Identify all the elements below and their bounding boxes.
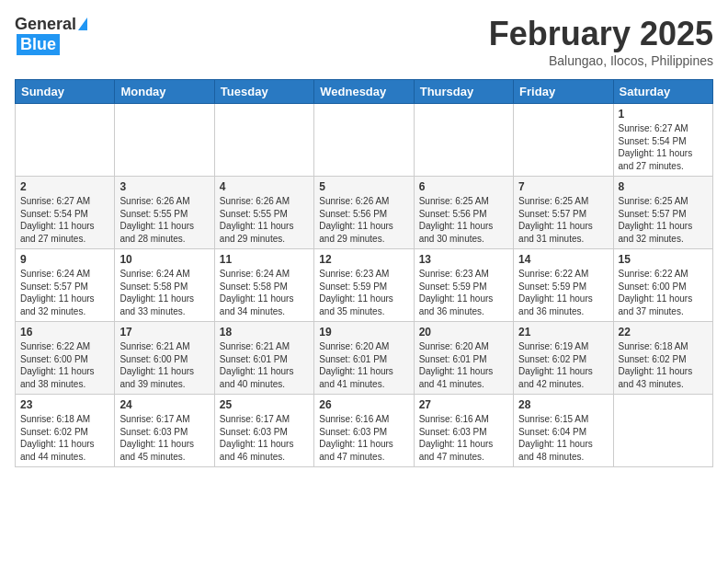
day-info: Sunrise: 6:19 AM Sunset: 6:02 PM Dayligh… (518, 340, 608, 390)
calendar-cell: 11Sunrise: 6:24 AM Sunset: 5:58 PM Dayli… (214, 249, 313, 322)
calendar-cell (613, 395, 712, 467)
day-info: Sunrise: 6:20 AM Sunset: 6:01 PM Dayligh… (319, 340, 408, 390)
day-info: Sunrise: 6:27 AM Sunset: 5:54 PM Dayligh… (619, 122, 708, 172)
day-info: Sunrise: 6:26 AM Sunset: 5:55 PM Dayligh… (220, 195, 309, 245)
calendar-cell: 12Sunrise: 6:23 AM Sunset: 5:59 PM Dayli… (314, 249, 414, 322)
logo-blue-text: Blue (17, 34, 60, 55)
day-info: Sunrise: 6:24 AM Sunset: 5:58 PM Dayligh… (220, 268, 309, 317)
day-number: 25 (220, 398, 309, 411)
day-info: Sunrise: 6:22 AM Sunset: 6:00 PM Dayligh… (20, 340, 109, 390)
day-number: 2 (20, 180, 109, 193)
calendar-cell (214, 104, 313, 177)
calendar-cell: 18Sunrise: 6:21 AM Sunset: 6:01 PM Dayli… (214, 322, 313, 395)
day-number: 15 (619, 253, 708, 266)
day-number: 18 (220, 326, 309, 339)
day-info: Sunrise: 6:25 AM Sunset: 5:56 PM Dayligh… (419, 195, 508, 245)
day-number: 4 (220, 180, 309, 193)
calendar-week-row: 2Sunrise: 6:27 AM Sunset: 5:54 PM Daylig… (16, 177, 713, 249)
month-year-title: February 2025 (489, 15, 713, 53)
day-info: Sunrise: 6:22 AM Sunset: 5:59 PM Dayligh… (518, 268, 608, 317)
day-number: 16 (20, 326, 109, 339)
day-info: Sunrise: 6:25 AM Sunset: 5:57 PM Dayligh… (518, 195, 608, 245)
col-header-friday: Friday (514, 80, 613, 104)
calendar-week-row: 23Sunrise: 6:18 AM Sunset: 6:02 PM Dayli… (16, 395, 713, 467)
calendar-cell: 28Sunrise: 6:15 AM Sunset: 6:04 PM Dayli… (514, 395, 613, 467)
day-info: Sunrise: 6:21 AM Sunset: 6:01 PM Dayligh… (220, 340, 309, 390)
calendar-week-row: 16Sunrise: 6:22 AM Sunset: 6:00 PM Dayli… (16, 322, 713, 395)
day-number: 14 (518, 253, 608, 266)
col-header-monday: Monday (115, 80, 214, 104)
day-number: 5 (319, 180, 408, 193)
calendar-cell: 7Sunrise: 6:25 AM Sunset: 5:57 PM Daylig… (514, 177, 613, 249)
calendar-cell: 4Sunrise: 6:26 AM Sunset: 5:55 PM Daylig… (214, 177, 313, 249)
calendar-cell: 16Sunrise: 6:22 AM Sunset: 6:00 PM Dayli… (16, 322, 115, 395)
logo-general-text: General (15, 15, 76, 34)
day-number: 21 (518, 326, 608, 339)
calendar-table: SundayMondayTuesdayWednesdayThursdayFrid… (15, 79, 713, 467)
day-number: 26 (319, 398, 408, 411)
col-header-tuesday: Tuesday (214, 80, 313, 104)
calendar-week-row: 1Sunrise: 6:27 AM Sunset: 5:54 PM Daylig… (16, 104, 713, 177)
day-info: Sunrise: 6:23 AM Sunset: 5:59 PM Dayligh… (319, 268, 408, 317)
calendar-cell (115, 104, 214, 177)
day-info: Sunrise: 6:17 AM Sunset: 6:03 PM Dayligh… (220, 413, 309, 463)
day-number: 22 (619, 326, 708, 339)
day-number: 3 (119, 180, 209, 193)
calendar-cell: 8Sunrise: 6:25 AM Sunset: 5:57 PM Daylig… (613, 177, 712, 249)
day-number: 13 (419, 253, 508, 266)
calendar-cell: 5Sunrise: 6:26 AM Sunset: 5:56 PM Daylig… (314, 177, 414, 249)
logo: General Blue (15, 15, 87, 55)
calendar-cell: 25Sunrise: 6:17 AM Sunset: 6:03 PM Dayli… (214, 395, 313, 467)
logo-triangle-icon (78, 17, 87, 30)
calendar-cell: 24Sunrise: 6:17 AM Sunset: 6:03 PM Dayli… (115, 395, 214, 467)
calendar-cell: 20Sunrise: 6:20 AM Sunset: 6:01 PM Dayli… (414, 322, 513, 395)
calendar-cell: 14Sunrise: 6:22 AM Sunset: 5:59 PM Dayli… (514, 249, 613, 322)
col-header-saturday: Saturday (613, 80, 712, 104)
day-number: 19 (319, 326, 408, 339)
calendar-cell: 27Sunrise: 6:16 AM Sunset: 6:03 PM Dayli… (414, 395, 513, 467)
calendar-cell: 9Sunrise: 6:24 AM Sunset: 5:57 PM Daylig… (16, 249, 115, 322)
calendar-cell (514, 104, 613, 177)
calendar-cell: 21Sunrise: 6:19 AM Sunset: 6:02 PM Dayli… (514, 322, 613, 395)
day-info: Sunrise: 6:16 AM Sunset: 6:03 PM Dayligh… (319, 413, 408, 463)
day-info: Sunrise: 6:16 AM Sunset: 6:03 PM Dayligh… (419, 413, 508, 463)
day-info: Sunrise: 6:18 AM Sunset: 6:02 PM Dayligh… (619, 340, 708, 390)
calendar-cell: 6Sunrise: 6:25 AM Sunset: 5:56 PM Daylig… (414, 177, 513, 249)
day-info: Sunrise: 6:27 AM Sunset: 5:54 PM Dayligh… (20, 195, 109, 245)
calendar-cell (414, 104, 513, 177)
calendar-header-row: SundayMondayTuesdayWednesdayThursdayFrid… (16, 80, 713, 104)
calendar-cell: 2Sunrise: 6:27 AM Sunset: 5:54 PM Daylig… (16, 177, 115, 249)
calendar-cell: 3Sunrise: 6:26 AM Sunset: 5:55 PM Daylig… (115, 177, 214, 249)
calendar-cell: 15Sunrise: 6:22 AM Sunset: 6:00 PM Dayli… (613, 249, 712, 322)
day-info: Sunrise: 6:24 AM Sunset: 5:58 PM Dayligh… (119, 268, 209, 317)
day-number: 9 (20, 253, 109, 266)
col-header-sunday: Sunday (16, 80, 115, 104)
calendar-cell: 17Sunrise: 6:21 AM Sunset: 6:00 PM Dayli… (115, 322, 214, 395)
calendar-week-row: 9Sunrise: 6:24 AM Sunset: 5:57 PM Daylig… (16, 249, 713, 322)
day-info: Sunrise: 6:24 AM Sunset: 5:57 PM Dayligh… (20, 268, 109, 317)
day-number: 28 (518, 398, 608, 411)
col-header-thursday: Thursday (414, 80, 513, 104)
calendar-cell: 1Sunrise: 6:27 AM Sunset: 5:54 PM Daylig… (613, 104, 712, 177)
page-header: General Blue February 2025 Balungao, Ilo… (15, 15, 713, 68)
day-number: 10 (119, 253, 209, 266)
day-info: Sunrise: 6:21 AM Sunset: 6:00 PM Dayligh… (119, 340, 209, 390)
location-subtitle: Balungao, Ilocos, Philippines (489, 53, 713, 68)
day-number: 7 (518, 180, 608, 193)
calendar-cell: 10Sunrise: 6:24 AM Sunset: 5:58 PM Dayli… (115, 249, 214, 322)
day-number: 23 (20, 398, 109, 411)
day-info: Sunrise: 6:15 AM Sunset: 6:04 PM Dayligh… (518, 413, 608, 463)
day-info: Sunrise: 6:22 AM Sunset: 6:00 PM Dayligh… (619, 268, 708, 317)
day-number: 8 (619, 180, 708, 193)
day-info: Sunrise: 6:20 AM Sunset: 6:01 PM Dayligh… (419, 340, 508, 390)
day-number: 1 (619, 108, 708, 121)
calendar-cell (16, 104, 115, 177)
calendar-cell: 19Sunrise: 6:20 AM Sunset: 6:01 PM Dayli… (314, 322, 414, 395)
calendar-cell: 26Sunrise: 6:16 AM Sunset: 6:03 PM Dayli… (314, 395, 414, 467)
title-block: February 2025 Balungao, Ilocos, Philippi… (489, 15, 713, 68)
calendar-cell (314, 104, 414, 177)
day-number: 11 (220, 253, 309, 266)
day-info: Sunrise: 6:25 AM Sunset: 5:57 PM Dayligh… (619, 195, 708, 245)
day-number: 17 (119, 326, 209, 339)
calendar-cell: 23Sunrise: 6:18 AM Sunset: 6:02 PM Dayli… (16, 395, 115, 467)
